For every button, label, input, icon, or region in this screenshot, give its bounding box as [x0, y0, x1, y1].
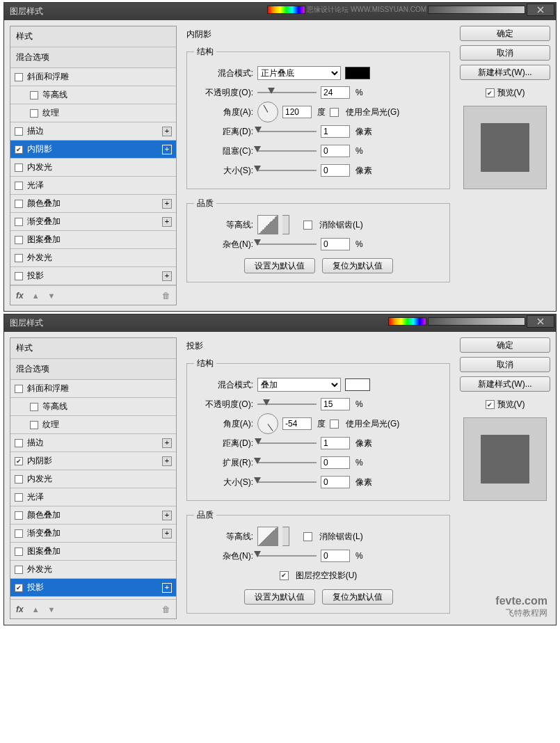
new-style-button[interactable]: 新建样式(W)...	[460, 376, 550, 392]
effect-checkbox[interactable]	[15, 439, 23, 447]
slider[interactable]	[257, 239, 317, 249]
angle-input[interactable]	[282, 417, 312, 430]
opacity-input[interactable]	[321, 86, 350, 99]
slider[interactable]	[257, 146, 317, 156]
sidebar-item[interactable]: 光泽	[10, 488, 176, 506]
close-button[interactable]	[527, 315, 554, 328]
sidebar-item[interactable]: 渐变叠加+	[10, 213, 176, 231]
effect-checkbox[interactable]	[15, 566, 23, 574]
cancel-button[interactable]: 取消	[460, 45, 550, 61]
contour-dropdown-icon[interactable]	[282, 215, 289, 234]
effect-checkbox[interactable]	[30, 421, 38, 429]
add-instance-icon[interactable]: +	[162, 271, 172, 281]
sidebar-header-styles[interactable]: 样式	[10, 338, 176, 359]
effect-checkbox[interactable]	[15, 511, 23, 520]
sidebar-header-blend[interactable]: 混合选项	[10, 47, 176, 68]
sidebar-header-blend[interactable]: 混合选项	[10, 359, 176, 380]
sidebar-item[interactable]: 投影+	[10, 579, 176, 597]
size-input[interactable]	[321, 476, 350, 488]
sidebar-item[interactable]: 图案叠加	[10, 231, 176, 249]
noise-input[interactable]	[321, 238, 350, 250]
sidebar-item[interactable]: 描边+	[10, 122, 176, 141]
distance-input[interactable]	[321, 125, 350, 138]
slider[interactable]	[257, 88, 317, 97]
size-input[interactable]	[321, 164, 350, 177]
trash-icon[interactable]: 🗑	[162, 291, 170, 301]
effect-checkbox[interactable]	[15, 200, 23, 208]
add-instance-icon[interactable]: +	[162, 199, 172, 209]
effect-checkbox[interactable]	[15, 127, 23, 136]
color-swatch[interactable]	[345, 378, 370, 391]
effect-checkbox[interactable]	[15, 236, 23, 244]
contour-preview[interactable]	[257, 527, 278, 546]
ok-button[interactable]: 确定	[460, 337, 550, 353]
sidebar-item[interactable]: 等高线	[10, 398, 176, 416]
slider[interactable]	[257, 399, 317, 409]
distance-input[interactable]	[321, 437, 350, 449]
sidebar-item[interactable]: 光泽	[10, 177, 176, 195]
antialias-checkbox[interactable]	[303, 532, 312, 541]
sidebar-item[interactable]: 颜色叠加+	[10, 506, 176, 525]
fx-icon[interactable]: fx	[16, 605, 24, 614]
effect-checkbox[interactable]	[30, 91, 38, 99]
slider[interactable]	[257, 438, 317, 448]
sidebar-item[interactable]: 内阴影+	[10, 141, 176, 159]
global-light-checkbox[interactable]	[330, 108, 339, 117]
add-instance-icon[interactable]: +	[162, 529, 172, 538]
angle-input[interactable]	[282, 106, 312, 118]
sidebar-item[interactable]: 描边+	[10, 434, 176, 452]
add-instance-icon[interactable]: +	[162, 217, 172, 227]
global-light-checkbox[interactable]	[330, 420, 339, 429]
slider[interactable]	[257, 127, 317, 136]
down-arrow-icon[interactable]: ▼	[48, 291, 56, 300]
preview-checkbox[interactable]	[486, 400, 495, 409]
slider[interactable]	[257, 166, 317, 175]
effect-checkbox[interactable]	[15, 218, 23, 226]
effect-checkbox[interactable]	[15, 182, 23, 190]
new-style-button[interactable]: 新建样式(W)...	[460, 65, 550, 80]
preview-checkbox[interactable]	[486, 88, 495, 97]
effect-checkbox[interactable]	[15, 529, 23, 538]
sidebar-item[interactable]: 图案叠加	[10, 543, 176, 561]
add-instance-icon[interactable]: +	[162, 456, 172, 466]
slider[interactable]	[257, 551, 317, 561]
sidebar-item[interactable]: 内阴影+	[10, 452, 176, 470]
sidebar-item[interactable]: 颜色叠加+	[10, 195, 176, 213]
color-swatch[interactable]	[345, 67, 370, 79]
angle-dial[interactable]	[257, 102, 278, 122]
cancel-button[interactable]: 取消	[460, 357, 550, 372]
effect-checkbox[interactable]	[15, 385, 23, 393]
color-spectrum[interactable]	[267, 6, 305, 14]
effect-checkbox[interactable]	[15, 493, 23, 502]
effect-checkbox[interactable]	[15, 145, 23, 154]
make-default-button[interactable]: 设置为默认值	[244, 589, 315, 605]
color-spectrum[interactable]	[388, 317, 426, 326]
add-instance-icon[interactable]: +	[162, 127, 172, 136]
effect-checkbox[interactable]	[15, 73, 23, 81]
down-arrow-icon[interactable]: ▼	[48, 605, 56, 614]
knockout-checkbox[interactable]	[280, 571, 289, 580]
slider[interactable]	[257, 477, 317, 487]
sidebar-item[interactable]: 外发光	[10, 249, 176, 267]
close-button[interactable]	[527, 3, 554, 16]
make-default-button[interactable]: 设置为默认值	[244, 258, 315, 273]
reset-default-button[interactable]: 复位为默认值	[322, 258, 393, 273]
up-arrow-icon[interactable]: ▲	[32, 605, 40, 614]
contour-preview[interactable]	[257, 215, 278, 234]
effect-checkbox[interactable]	[30, 403, 38, 411]
effect-checkbox[interactable]	[15, 272, 23, 280]
sidebar-header-styles[interactable]: 样式	[10, 26, 176, 47]
blend-mode-select[interactable]: 叠加	[257, 378, 341, 392]
choke-input[interactable]	[321, 456, 350, 469]
sidebar-item[interactable]: 内发光	[10, 159, 176, 177]
trash-icon[interactable]: 🗑	[162, 605, 170, 614]
fx-icon[interactable]: fx	[16, 291, 24, 301]
effect-checkbox[interactable]	[15, 548, 23, 556]
reset-default-button[interactable]: 复位为默认值	[322, 589, 393, 605]
add-instance-icon[interactable]: +	[162, 438, 172, 448]
sidebar-item[interactable]: 内发光	[10, 470, 176, 488]
effect-checkbox[interactable]	[15, 475, 23, 484]
contour-dropdown-icon[interactable]	[282, 527, 289, 546]
sidebar-item[interactable]: 纹理	[10, 104, 176, 122]
opacity-input[interactable]	[321, 398, 350, 410]
